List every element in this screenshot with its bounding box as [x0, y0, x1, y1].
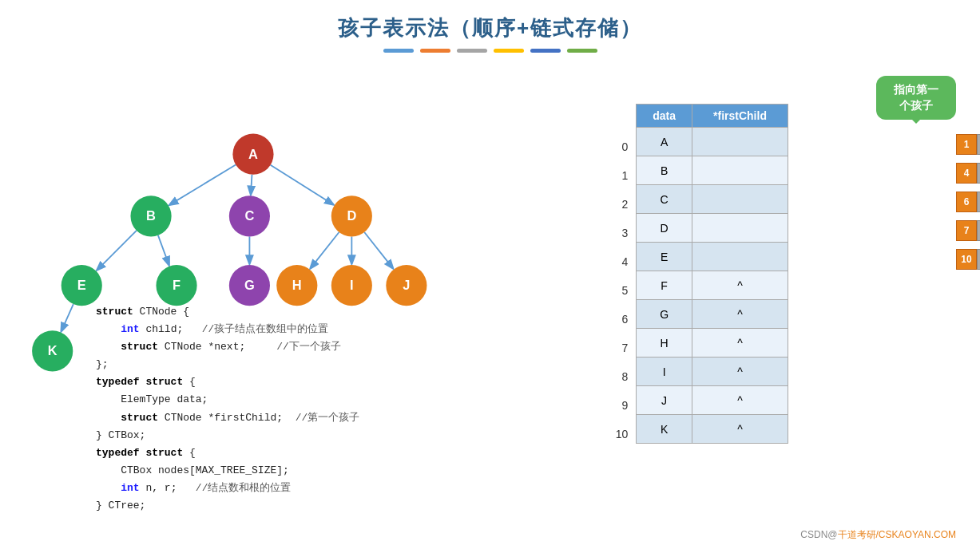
table-row: H^ [637, 329, 788, 357]
cell-data-10: K [637, 415, 692, 444]
edge-B-E [97, 231, 137, 270]
chain-arr-4-0: ^ [977, 249, 980, 270]
svg-text:K: K [48, 343, 58, 357]
cell-data-5: F [637, 271, 692, 300]
page-title: 孩子表示法（顺序+链式存储） [0, 0, 980, 42]
cell-data-3: D [637, 214, 692, 243]
color-bar-item-5 [567, 49, 597, 53]
edge-E-K [61, 304, 73, 331]
tree-node-A: A [232, 134, 273, 175]
table-row: K^ [637, 415, 788, 444]
cell-data-1: B [637, 156, 692, 185]
index-cell-8: 8 [616, 362, 633, 391]
index-cell-4: 4 [616, 247, 633, 276]
code-line-2: struct CTNode *next; //下一个孩子 [96, 338, 359, 356]
table-row: E [637, 243, 788, 271]
svg-text:J: J [403, 278, 410, 292]
tree-node-G: G [229, 265, 270, 306]
svg-text:C: C [244, 208, 254, 223]
svg-text:D: D [347, 208, 356, 223]
cell-fc-6: ^ [692, 300, 788, 329]
chain-row-3: 7→8→9^ [956, 220, 980, 241]
cell-fc-1 [692, 156, 788, 185]
cell-data-4: E [637, 243, 692, 271]
cell-fc-5: ^ [692, 271, 788, 300]
svg-text:E: E [77, 278, 86, 292]
code-line-10: int n, r; //结点数和根的位置 [96, 480, 359, 497]
table-row: D [637, 214, 788, 243]
chain-row-0: 1→2→3^ [956, 134, 980, 155]
cell-fc-3 [692, 214, 788, 243]
index-cell-9: 9 [616, 391, 633, 420]
chain-arr-1-0: → [977, 163, 980, 184]
cell-fc-4 [692, 243, 788, 271]
tooltip-bubble: 指向第一 个孩子 [876, 76, 956, 120]
tree-node-J: J [386, 265, 427, 306]
svg-text:G: G [244, 278, 255, 292]
chain-num-2-0: 6 [956, 192, 977, 212]
index-header [616, 104, 633, 132]
color-bar-item-0 [383, 49, 414, 53]
tree-node-K: K [32, 330, 73, 371]
code-line-5: ElemType data; [96, 391, 359, 409]
cell-data-7: H [637, 329, 692, 357]
index-cell-6: 6 [616, 305, 633, 334]
code-line-3: }; [96, 356, 359, 373]
tree-node-F: F [156, 265, 196, 306]
code-line-1: int child; //孩子结点在数组中的位置 [96, 321, 359, 338]
chain-node-0-0: 1→ [956, 134, 980, 155]
cell-data-0: A [637, 128, 692, 156]
chain-row-4: 10^ [956, 249, 980, 270]
tree-node-C: C [229, 196, 270, 236]
table-row: B [637, 156, 788, 185]
code-line-9: CTBox nodes[MAX_TREE_SIZE]; [96, 462, 359, 480]
edge-A-B [169, 164, 236, 204]
chain-arr-0-0: → [977, 134, 980, 155]
index-cell-1: 1 [616, 161, 633, 190]
edge-A-D [271, 165, 334, 204]
index-cell-10: 10 [616, 420, 633, 448]
index-cell-5: 5 [616, 276, 633, 305]
index-cell-2: 2 [616, 190, 633, 219]
table-area: 012345678910 data *firstChild ABCDEF^G^H… [616, 104, 788, 448]
chain-node-1-0: 4→ [956, 163, 980, 184]
index-cells: 012345678910 [616, 132, 633, 448]
color-bar-item-4 [530, 49, 561, 53]
code-line-8: typedef struct { [96, 444, 359, 462]
code-line-11: } CTree; [96, 497, 359, 515]
data-table: data *firstChild ABCDEF^G^H^I^J^K^ [636, 104, 788, 444]
table-row: A [637, 128, 788, 156]
col-firstchild: *firstChild [692, 105, 788, 128]
code-line-6: struct CTNode *firstChild; //第一个孩子 [96, 409, 359, 427]
col-data: data [637, 105, 692, 128]
chain-arr-2-0: ^ [977, 192, 980, 212]
table-row: G^ [637, 300, 788, 329]
edge-D-H [311, 232, 339, 268]
chain-node-2-0: 6^ [956, 192, 980, 212]
table-row: I^ [637, 357, 788, 386]
index-cell-7: 7 [616, 334, 633, 362]
chain-row-1: 4→5^ [956, 163, 980, 184]
watermark-highlight: 干道考研/CSKAOYAN.COM [838, 529, 956, 540]
tree-node-H: H [276, 265, 317, 306]
code-line-0: struct CTNode { [96, 303, 359, 321]
code-line-7: } CTBox; [96, 427, 359, 444]
chain-node-4-0: 10^ [956, 249, 980, 270]
edge-A-C [251, 175, 252, 195]
tree-node-E: E [61, 265, 102, 306]
index-cell-0: 0 [616, 132, 633, 161]
cell-data-9: J [637, 386, 692, 415]
code-line-4: typedef struct { [96, 373, 359, 391]
table-row: F^ [637, 271, 788, 300]
color-bar-item-2 [457, 49, 487, 53]
page: 孩子表示法（顺序+链式存储） ABCDEFGHIJK struct CTNode… [0, 0, 980, 553]
chain-num-0-0: 1 [956, 134, 977, 155]
cell-fc-7: ^ [692, 329, 788, 357]
edge-D-J [364, 232, 393, 268]
cell-data-8: I [637, 357, 692, 386]
svg-text:B: B [146, 208, 156, 223]
svg-text:F: F [173, 278, 181, 292]
chain-arr-3-0: → [977, 220, 980, 241]
chain-num-3-0: 7 [956, 220, 977, 241]
chain-row-2: 6^ [956, 192, 980, 212]
